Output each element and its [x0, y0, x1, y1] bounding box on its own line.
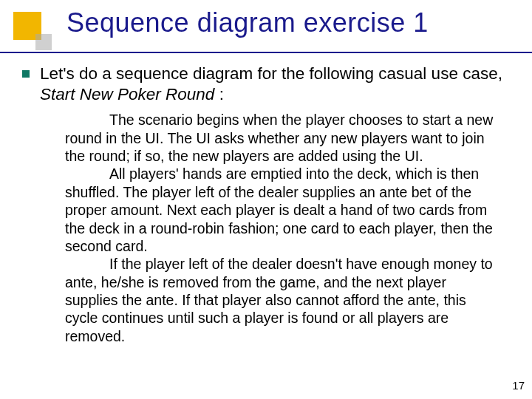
paragraph: The scenario begins when the player choo… [65, 111, 502, 165]
title-underline [0, 52, 532, 53]
content-area: Let's do a sequence diagram for the foll… [22, 64, 510, 345]
bullet-item: Let's do a sequence diagram for the foll… [22, 64, 510, 105]
body-text: The scenario begins when the player choo… [65, 111, 502, 345]
slide: Sequence diagram exercise 1 Let's do a s… [0, 0, 532, 399]
bullet-square-icon [22, 70, 30, 78]
lead-italic: Start New Poker Round [40, 85, 214, 103]
lead-post: : [214, 85, 224, 103]
paragraph: All players' hands are emptied into the … [65, 165, 502, 255]
slide-title: Sequence diagram exercise 1 [66, 7, 517, 38]
deco-square-gray [35, 34, 52, 50]
paragraph: If the player left of the dealer doesn't… [65, 255, 502, 345]
lead-pre: Let's do a sequence diagram for the foll… [40, 64, 502, 83]
lead-text: Let's do a sequence diagram for the foll… [40, 64, 510, 105]
corner-decoration [13, 12, 58, 56]
page-number: 17 [512, 379, 525, 392]
